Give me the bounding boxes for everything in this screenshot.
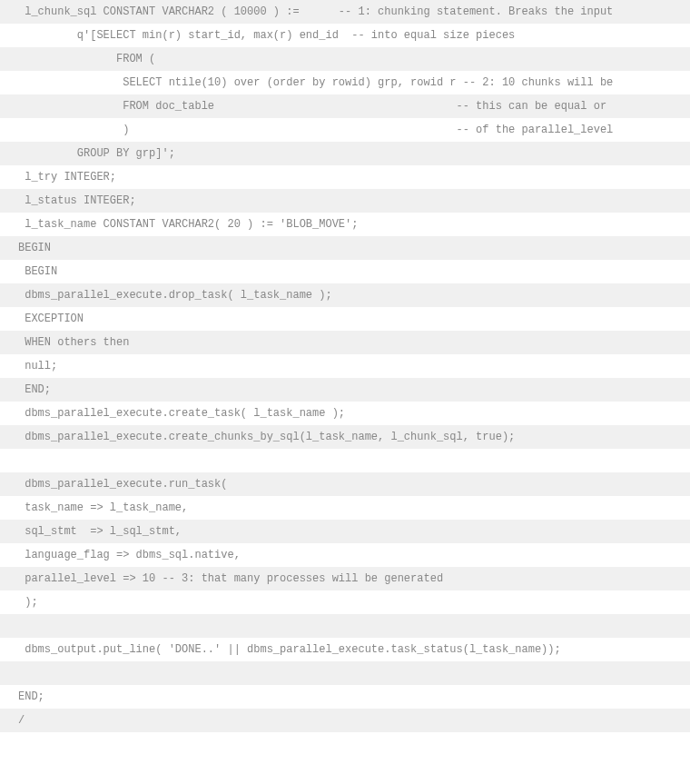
code-line: BEGIN	[0, 236, 690, 260]
code-line: l_status INTEGER;	[0, 189, 690, 213]
code-line: END;	[0, 378, 690, 402]
code-line	[0, 614, 690, 638]
code-line: GROUP BY grp]';	[0, 142, 690, 165]
code-line: dbms_parallel_execute.drop_task( l_task_…	[0, 283, 690, 307]
code-line: EXCEPTION	[0, 307, 690, 331]
code-line: END;	[0, 685, 690, 709]
code-line: /	[0, 709, 690, 732]
code-line: SELECT ntile(10) over (order by rowid) g…	[0, 71, 690, 94]
code-line: dbms_parallel_execute.run_task(	[0, 472, 690, 496]
code-line: sql_stmt => l_sql_stmt,	[0, 520, 690, 543]
code-line: BEGIN	[0, 260, 690, 283]
code-line: FROM doc_table -- this can be equal or	[0, 94, 690, 118]
code-line: );	[0, 590, 690, 614]
code-line: dbms_parallel_execute.create_chunks_by_s…	[0, 425, 690, 449]
code-line	[0, 661, 690, 685]
code-line: task_name => l_task_name,	[0, 496, 690, 520]
code-line: ) -- of the parallel_level	[0, 118, 690, 142]
code-line: parallel_level => 10 -- 3: that many pro…	[0, 567, 690, 590]
code-block: l_chunk_sql CONSTANT VARCHAR2 ( 10000 ) …	[0, 0, 690, 732]
code-line: language_flag => dbms_sql.native,	[0, 543, 690, 567]
code-line: WHEN others then	[0, 331, 690, 354]
code-line: q'[SELECT min(r) start_id, max(r) end_id…	[0, 24, 690, 47]
code-line: FROM (	[0, 47, 690, 71]
code-line: l_task_name CONSTANT VARCHAR2( 20 ) := '…	[0, 213, 690, 236]
code-line	[0, 449, 690, 472]
code-line: dbms_parallel_execute.create_task( l_tas…	[0, 402, 690, 425]
code-line: l_chunk_sql CONSTANT VARCHAR2 ( 10000 ) …	[0, 0, 690, 24]
code-line: null;	[0, 354, 690, 378]
code-line: dbms_output.put_line( 'DONE..' || dbms_p…	[0, 638, 690, 661]
code-line: l_try INTEGER;	[0, 165, 690, 189]
